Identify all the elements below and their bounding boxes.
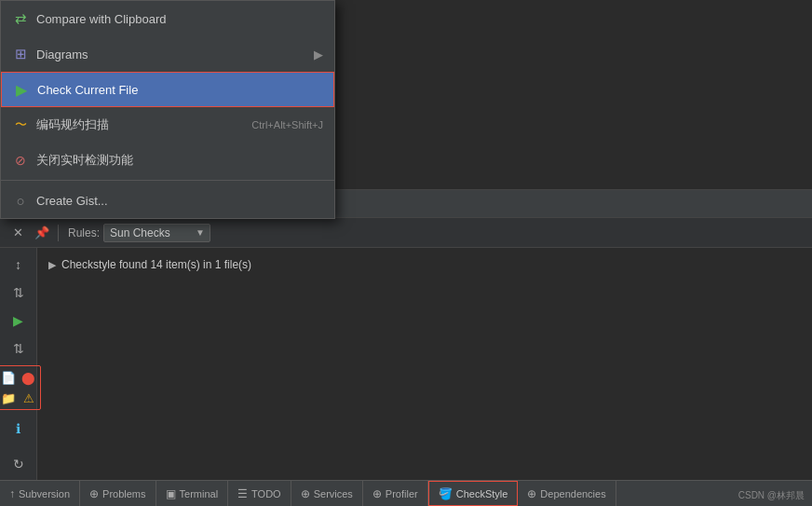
error-icon[interactable]: ⬤ (20, 368, 38, 387)
menu-label-close-detect: 关闭实时检测功能 (36, 152, 323, 169)
scan-area: ▶ Checkstyle found 14 item(s) in 1 file(… (37, 248, 812, 506)
menu-label-create-gist: Create Gist... (36, 194, 323, 208)
toolbar-sep-1 (58, 225, 59, 241)
menu-label-code-scan: 编码规约扫描 (36, 116, 251, 133)
watermark: CSDN @林邦晨 (738, 489, 805, 502)
code-scan-icon: 〜 (12, 116, 29, 133)
status-label-profiler: Profiler (386, 488, 418, 499)
file-icon-group: 📄 ⬤ 📁 ⚠ (0, 365, 41, 410)
profiler-icon: ⊕ (372, 487, 382, 500)
diagram-icon: ⊞ (12, 46, 29, 62)
status-label-todo: TODO (251, 488, 281, 499)
shortcut-code-scan: Ctrl+Alt+Shift+J (251, 119, 323, 130)
menu-item-create-gist[interactable]: ○ Create Gist... (1, 183, 334, 218)
settings-btn[interactable]: ⇅ (6, 335, 32, 362)
todo-icon: ☰ (237, 487, 248, 500)
rules-select[interactable]: Sun Checks Google Checks Custom (103, 224, 210, 242)
status-dependencies[interactable]: ⊕ Dependencies (518, 481, 616, 506)
expand-btn[interactable]: ↕ (6, 252, 32, 278)
problems-icon: ⊕ (89, 487, 99, 500)
checkstyle-status-icon: 🪣 (439, 487, 453, 500)
status-label-terminal: Terminal (180, 488, 219, 499)
status-subversion[interactable]: ↑ Subversion (0, 481, 80, 506)
arrow-icon: ▶ (314, 48, 323, 62)
menu-label-diagrams: Diagrams (36, 48, 306, 62)
status-todo[interactable]: ☰ TODO (228, 481, 291, 506)
menu-item-check[interactable]: ▶ Check Current File (1, 72, 334, 107)
status-label-problems: Problems (102, 488, 145, 499)
file-icon-row-1: 📄 ⬤ (0, 368, 38, 387)
scan-result-row[interactable]: ▶ Checkstyle found 14 item(s) in 1 file(… (45, 255, 805, 274)
menu-item-diagrams[interactable]: ⊞ Diagrams ▶ (1, 36, 334, 72)
dependencies-icon: ⊕ (527, 487, 536, 500)
rules-select-wrapper: Sun Checks Google Checks Custom ▼ (103, 224, 210, 242)
status-bar: ↑ Subversion ⊕ Problems ▣ Terminal ☰ TOD… (0, 480, 812, 506)
compare-icon: ⇄ (12, 10, 29, 27)
left-toolbar: ↕ ⇅ ▶ ⇅ 📄 ⬤ 📁 ⚠ ℹ ↻ (0, 248, 37, 506)
toolbar-row: ✕ 📌 Rules: Sun Checks Google Checks Cust… (0, 218, 812, 248)
menu-divider (1, 180, 334, 181)
refresh-btn[interactable]: ↻ (6, 451, 32, 477)
subversion-icon: ↑ (9, 487, 15, 500)
status-label-services: Services (314, 488, 353, 499)
content-area: ↕ ⇅ ▶ ⇅ 📄 ⬤ 📁 ⚠ ℹ ↻ ▶ Checksty (0, 248, 812, 506)
collapse-btn[interactable]: ⇅ (6, 280, 32, 306)
warning-icon[interactable]: ⚠ (20, 389, 38, 407)
close-btn[interactable]: ✕ (7, 223, 28, 243)
gist-icon: ○ (12, 192, 29, 209)
menu-item-compare[interactable]: ⇄ Compare with Clipboard (1, 1, 334, 36)
status-label-checkstyle: CheckStyle (456, 488, 508, 499)
menu-label-check: Check Current File (37, 83, 322, 97)
status-terminal[interactable]: ▣ Terminal (156, 481, 229, 506)
rules-label: Rules: (68, 226, 100, 239)
status-profiler[interactable]: ⊕ Profiler (363, 481, 428, 506)
menu-item-close-detect[interactable]: ⊘ 关闭实时检测功能 (1, 143, 334, 178)
menu-label-compare: Compare with Clipboard (36, 12, 323, 26)
run-btn[interactable]: ▶ (6, 308, 32, 334)
close-detect-icon: ⊘ (12, 152, 29, 169)
scan-expand-arrow: ▶ (48, 259, 56, 271)
dropdown-menu: ⇄ Compare with Clipboard ⊞ Diagrams ▶ ▶ … (0, 0, 335, 219)
menu-item-code-scan[interactable]: 〜 编码规约扫描 Ctrl+Alt+Shift+J (1, 107, 334, 143)
status-label-subversion: Subversion (19, 488, 70, 499)
pin-btn[interactable]: 📌 (32, 223, 52, 243)
services-icon: ⊕ (301, 487, 310, 500)
status-problems[interactable]: ⊕ Problems (80, 481, 156, 506)
status-services[interactable]: ⊕ Services (291, 481, 363, 506)
terminal-icon: ▣ (166, 487, 176, 500)
check-icon: ▶ (13, 81, 30, 98)
file-icon-1[interactable]: 📄 (0, 368, 18, 387)
status-label-dependencies: Dependencies (540, 488, 605, 499)
info-btn[interactable]: ℹ (6, 416, 32, 442)
file-icon-2[interactable]: 📁 (0, 389, 18, 407)
tool-panel: CheckStyle Scan ✕ 📌 Rules: Sun Checks Go… (0, 189, 812, 506)
scan-result-text: Checkstyle found 14 item(s) in 1 file(s) (61, 258, 251, 271)
status-checkstyle[interactable]: 🪣 CheckStyle (428, 481, 519, 506)
file-icon-row-2: 📁 ⚠ (0, 389, 38, 407)
